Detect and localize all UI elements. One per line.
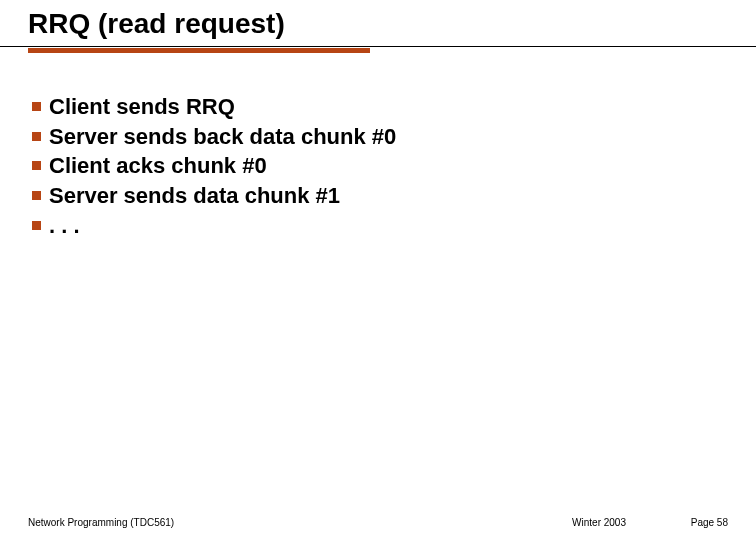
- bullet-square-icon: [32, 221, 41, 230]
- bullet-text: . . .: [49, 211, 80, 241]
- footer-mid: Winter 2003: [572, 517, 626, 528]
- list-item: Server sends data chunk #1: [32, 181, 756, 211]
- footer-left: Network Programming (TDC561): [28, 517, 174, 528]
- footer-right: Page 58: [691, 517, 728, 528]
- title-area: RRQ (read request): [0, 0, 756, 40]
- bullet-square-icon: [32, 132, 41, 141]
- bullet-square-icon: [32, 161, 41, 170]
- bullet-text: Client acks chunk #0: [49, 151, 267, 181]
- bullet-square-icon: [32, 102, 41, 111]
- bullet-text: Server sends back data chunk #0: [49, 122, 396, 152]
- slide-title: RRQ (read request): [28, 8, 756, 40]
- title-underline: [0, 46, 756, 52]
- list-item: Client acks chunk #0: [32, 151, 756, 181]
- underline-thick: [28, 48, 370, 53]
- bullet-text: Server sends data chunk #1: [49, 181, 340, 211]
- bullet-text: Client sends RRQ: [49, 92, 235, 122]
- content-area: Client sends RRQ Server sends back data …: [0, 52, 756, 240]
- bullet-square-icon: [32, 191, 41, 200]
- slide: RRQ (read request) Client sends RRQ Serv…: [0, 0, 756, 540]
- list-item: Client sends RRQ: [32, 92, 756, 122]
- underline-thin: [0, 46, 756, 47]
- list-item: Server sends back data chunk #0: [32, 122, 756, 152]
- bullet-list: Client sends RRQ Server sends back data …: [32, 92, 756, 240]
- list-item: . . .: [32, 211, 756, 241]
